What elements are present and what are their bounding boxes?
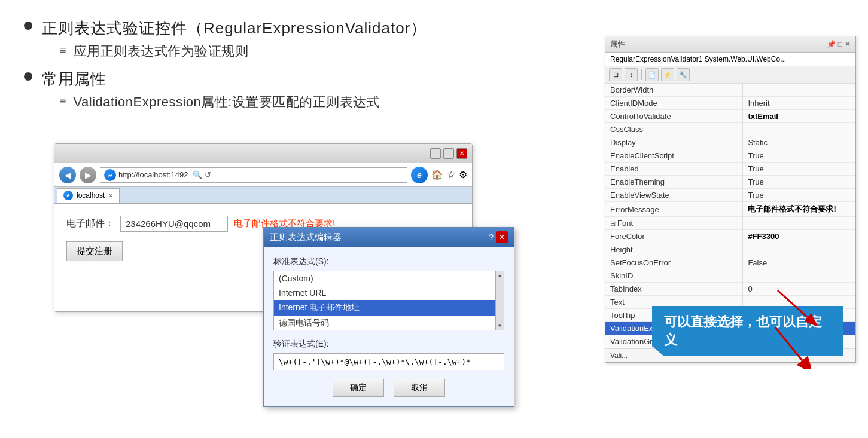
standard-expr-label: 标准表达式(S): <box>273 256 504 267</box>
address-search-icon: 🔍 <box>193 170 202 179</box>
dialog-titlebar: 正则表达式编辑器 ? ✕ <box>264 228 514 247</box>
props-row[interactable]: EnabledTrue <box>605 163 855 176</box>
dialog-help-icon[interactable]: ? <box>489 232 494 242</box>
browser-forward-btn[interactable]: ▶ <box>80 167 96 183</box>
dialog-listbox[interactable]: (Custom) Internet URL Internet 电子邮件地址 德国… <box>273 271 504 330</box>
props-toolbar: ⊞ ↕ 📄 ⚡ 🔧 <box>605 66 855 84</box>
props-component-name: RegularExpressionValidator1 System.Web.U… <box>605 53 855 66</box>
subheading2-text: ValidationExpression属性:设置要匹配的正则表达式 <box>74 93 380 111</box>
props-window-icon[interactable]: □ <box>838 40 842 48</box>
browser-maximize-btn[interactable]: □ <box>443 148 454 159</box>
dialog-content: 标准表达式(S): (Custom) Internet URL Internet… <box>264 247 514 406</box>
props-btn-categorized[interactable]: ⊞ <box>609 68 622 81</box>
dialog-close-btn[interactable]: ✕ <box>496 231 508 243</box>
props-row[interactable]: ControlToValidatetxtEmail <box>605 110 855 123</box>
props-btn-page[interactable]: 📄 <box>645 68 659 81</box>
nav-home-icon: 🏠 <box>431 169 443 180</box>
props-close-icon[interactable]: ✕ <box>845 40 851 48</box>
address-text: http://localhost:1492 <box>118 170 188 179</box>
address-refresh-icon: ↺ <box>205 170 211 179</box>
props-title: 属性 <box>610 39 626 50</box>
expr-label: 验证表达式(E): <box>273 339 504 350</box>
address-bar[interactable]: e http://localhost:1492 🔍 ↺ <box>100 167 407 183</box>
expression-input[interactable] <box>273 353 504 370</box>
red-arrow-annotation <box>772 284 820 326</box>
nav-star-icon: ☆ <box>447 169 455 180</box>
properties-panel: 属性 📌 □ ✕ RegularExpressionValidator1 Sys… <box>605 36 856 363</box>
props-row[interactable]: Height <box>605 243 855 256</box>
listbox-scrollbar[interactable]: ▲ ▼ <box>495 271 504 330</box>
props-sep-1 <box>641 69 642 80</box>
sub-icon-2: ≡ <box>60 95 66 108</box>
props-row[interactable]: DisplayStatic <box>605 136 855 149</box>
browser-titlebar: — □ ✕ <box>54 144 472 163</box>
bullet-dot-1 <box>24 22 32 30</box>
browser-back-btn[interactable]: ◀ <box>59 167 76 183</box>
tab-close-icon[interactable]: ✕ <box>108 192 113 199</box>
email-input[interactable] <box>120 216 228 232</box>
listbox-item-custom[interactable]: (Custom) <box>274 271 504 286</box>
listbox-item-email[interactable]: Internet 电子邮件地址 <box>274 300 504 316</box>
props-row[interactable]: ForeColor#FF3300 <box>605 230 855 243</box>
props-btn-settings[interactable]: 🔧 <box>677 68 690 81</box>
listbox-item-phone[interactable]: 德国电话号码 <box>274 316 504 330</box>
submit-button[interactable]: 提交注册 <box>66 241 123 261</box>
svg-line-1 <box>778 290 808 317</box>
email-label: 电子邮件： <box>66 218 114 230</box>
props-row[interactable]: EnableClientScriptTrue <box>605 149 855 163</box>
props-row[interactable]: BorderWidth <box>605 84 855 97</box>
props-row[interactable]: CssClass <box>605 123 855 136</box>
props-row[interactable]: ⊞ Font <box>605 217 855 230</box>
ie-icon: e <box>104 169 116 181</box>
regex-dialog: 正则表达式编辑器 ? ✕ 标准表达式(S): (Custom) Internet… <box>263 227 514 407</box>
tab-area: e localhost ✕ <box>54 187 472 204</box>
props-row[interactable]: SetFocusOnErrorFalse <box>605 256 855 269</box>
dialog-title: 正则表达式编辑器 <box>270 232 342 243</box>
heading2-text: 常用属性 <box>42 69 106 90</box>
sub-icon-1: ≡ <box>60 44 66 57</box>
svg-line-3 <box>775 327 802 360</box>
dialog-ok-btn[interactable]: 确定 <box>333 379 384 397</box>
listbox-item-url[interactable]: Internet URL <box>274 286 504 300</box>
dialog-buttons: 确定 取消 <box>273 379 504 397</box>
tab-favicon: e <box>63 191 73 200</box>
subheading1-text: 应用正则表达式作为验证规则 <box>74 42 249 60</box>
scroll-up-arrow[interactable]: ▲ <box>498 272 502 278</box>
browser-tab[interactable]: e localhost ✕ <box>57 188 120 203</box>
tab-label: localhost <box>77 191 105 200</box>
props-row[interactable]: EnableViewStateTrue <box>605 189 855 202</box>
browser-minimize-btn[interactable]: — <box>430 148 441 159</box>
scroll-down-arrow[interactable]: ▼ <box>498 323 502 329</box>
props-row[interactable]: ErrorMessage电子邮件格式不符合要求! <box>605 202 855 217</box>
props-row[interactable]: EnableThemingTrue <box>605 176 855 189</box>
tab-ie-icon: e <box>411 167 428 183</box>
nav-tools-icon: ⚙ <box>459 169 467 180</box>
props-pin-icon[interactable]: 📌 <box>827 40 836 48</box>
heading1-text: 正则表达式验证控件（RegularExpressionValidator） <box>42 18 427 39</box>
props-row[interactable]: ClientIDModeInherit <box>605 97 855 110</box>
props-btn-alphabetical[interactable]: ↕ <box>625 68 638 81</box>
red-arrow-props <box>763 321 811 369</box>
browser-close-btn[interactable]: ✕ <box>456 148 467 159</box>
props-title-icons: 📌 □ ✕ <box>827 40 851 48</box>
dialog-cancel-btn[interactable]: 取消 <box>394 379 445 397</box>
props-footer-text: Vali... <box>610 351 628 360</box>
props-row[interactable]: SkinID <box>605 269 855 283</box>
browser-addressbar: ◀ ▶ e http://localhost:1492 🔍 ↺ e 🏠 ☆ ⚙ <box>54 163 472 187</box>
props-titlebar: 属性 📌 □ ✕ <box>605 36 855 53</box>
bullet-dot-2 <box>24 72 32 81</box>
props-btn-events[interactable]: ⚡ <box>661 68 674 81</box>
